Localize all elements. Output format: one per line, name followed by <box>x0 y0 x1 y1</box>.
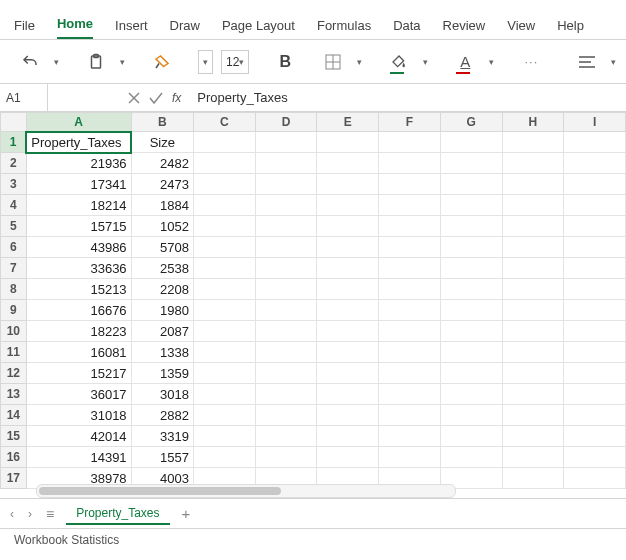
cell-B7[interactable]: 2538 <box>131 258 193 279</box>
cell-E8[interactable] <box>317 279 379 300</box>
tab-insert[interactable]: Insert <box>115 18 148 39</box>
cancel-icon[interactable] <box>124 88 144 108</box>
cell-B3[interactable]: 2473 <box>131 174 193 195</box>
cell-F14[interactable] <box>379 405 441 426</box>
cell-B16[interactable]: 1557 <box>131 447 193 468</box>
cell-B2[interactable]: 2482 <box>131 153 193 174</box>
fill-color-dropdown[interactable]: ▾ <box>419 57 431 67</box>
cell-G16[interactable] <box>440 447 502 468</box>
cell-G11[interactable] <box>440 342 502 363</box>
cell-G9[interactable] <box>440 300 502 321</box>
row-header-10[interactable]: 10 <box>1 321 27 342</box>
cell-I6[interactable] <box>564 237 626 258</box>
cell-A2[interactable]: 21936 <box>26 153 131 174</box>
cell-C16[interactable] <box>193 447 255 468</box>
cell-G6[interactable] <box>440 237 502 258</box>
cell-F10[interactable] <box>379 321 441 342</box>
row-header-5[interactable]: 5 <box>1 216 27 237</box>
cell-G13[interactable] <box>440 384 502 405</box>
cell-B8[interactable]: 2208 <box>131 279 193 300</box>
cell-D14[interactable] <box>255 405 317 426</box>
cell-C8[interactable] <box>193 279 255 300</box>
cell-F12[interactable] <box>379 363 441 384</box>
more-icon[interactable]: ··· <box>517 48 545 76</box>
cell-I13[interactable] <box>564 384 626 405</box>
row-header-9[interactable]: 9 <box>1 300 27 321</box>
cell-B4[interactable]: 1884 <box>131 195 193 216</box>
cell-H7[interactable] <box>502 258 564 279</box>
undo-dropdown[interactable]: ▾ <box>50 57 62 67</box>
cell-I17[interactable] <box>564 468 626 489</box>
col-header-G[interactable]: G <box>440 113 502 132</box>
cell-F6[interactable] <box>379 237 441 258</box>
cell-C15[interactable] <box>193 426 255 447</box>
cell-C5[interactable] <box>193 216 255 237</box>
cell-G12[interactable] <box>440 363 502 384</box>
cell-C3[interactable] <box>193 174 255 195</box>
col-header-I[interactable]: I <box>564 113 626 132</box>
align-dropdown[interactable]: ▾ <box>607 57 619 67</box>
cell-D3[interactable] <box>255 174 317 195</box>
cell-I1[interactable] <box>564 132 626 153</box>
cell-D12[interactable] <box>255 363 317 384</box>
horizontal-scrollbar[interactable] <box>36 484 456 498</box>
cell-G2[interactable] <box>440 153 502 174</box>
cell-G14[interactable] <box>440 405 502 426</box>
cell-C4[interactable] <box>193 195 255 216</box>
cell-H8[interactable] <box>502 279 564 300</box>
cell-H9[interactable] <box>502 300 564 321</box>
cell-I2[interactable] <box>564 153 626 174</box>
cell-B12[interactable]: 1359 <box>131 363 193 384</box>
cell-D1[interactable] <box>255 132 317 153</box>
cell-H12[interactable] <box>502 363 564 384</box>
cell-D15[interactable] <box>255 426 317 447</box>
cell-F5[interactable] <box>379 216 441 237</box>
spreadsheet-grid[interactable]: ABCDEFGHI1Property_TaxesSize221936248231… <box>0 112 626 498</box>
cell-F7[interactable] <box>379 258 441 279</box>
cell-H3[interactable] <box>502 174 564 195</box>
cell-D7[interactable] <box>255 258 317 279</box>
row-header-11[interactable]: 11 <box>1 342 27 363</box>
cell-H15[interactable] <box>502 426 564 447</box>
cell-A15[interactable]: 42014 <box>26 426 131 447</box>
cell-A12[interactable]: 15217 <box>26 363 131 384</box>
cell-E10[interactable] <box>317 321 379 342</box>
paste-icon[interactable] <box>82 48 110 76</box>
sheet-tab[interactable]: Property_Taxes <box>66 503 169 525</box>
fx-label[interactable]: fx <box>168 91 185 105</box>
cell-C2[interactable] <box>193 153 255 174</box>
cell-B13[interactable]: 3018 <box>131 384 193 405</box>
cell-E12[interactable] <box>317 363 379 384</box>
cell-F9[interactable] <box>379 300 441 321</box>
cell-H13[interactable] <box>502 384 564 405</box>
cell-B6[interactable]: 5708 <box>131 237 193 258</box>
col-header-D[interactable]: D <box>255 113 317 132</box>
paste-dropdown[interactable]: ▾ <box>116 57 128 67</box>
cell-A7[interactable]: 33636 <box>26 258 131 279</box>
cell-A14[interactable]: 31018 <box>26 405 131 426</box>
font-color-dropdown[interactable]: ▾ <box>485 57 497 67</box>
cell-F15[interactable] <box>379 426 441 447</box>
cell-C7[interactable] <box>193 258 255 279</box>
cell-I3[interactable] <box>564 174 626 195</box>
cell-A9[interactable]: 16676 <box>26 300 131 321</box>
cell-C13[interactable] <box>193 384 255 405</box>
cell-H6[interactable] <box>502 237 564 258</box>
cell-C6[interactable] <box>193 237 255 258</box>
cell-B5[interactable]: 1052 <box>131 216 193 237</box>
row-header-17[interactable]: 17 <box>1 468 27 489</box>
cell-G3[interactable] <box>440 174 502 195</box>
tab-help[interactable]: Help <box>557 18 584 39</box>
cell-A8[interactable]: 15213 <box>26 279 131 300</box>
cell-A13[interactable]: 36017 <box>26 384 131 405</box>
enter-icon[interactable] <box>146 88 166 108</box>
bold-button[interactable]: B <box>271 48 299 76</box>
font-size-select[interactable]: 12▾ <box>221 50 249 74</box>
cell-D2[interactable] <box>255 153 317 174</box>
col-header-E[interactable]: E <box>317 113 379 132</box>
cell-G10[interactable] <box>440 321 502 342</box>
cell-D6[interactable] <box>255 237 317 258</box>
cell-D9[interactable] <box>255 300 317 321</box>
cell-H5[interactable] <box>502 216 564 237</box>
cell-G8[interactable] <box>440 279 502 300</box>
